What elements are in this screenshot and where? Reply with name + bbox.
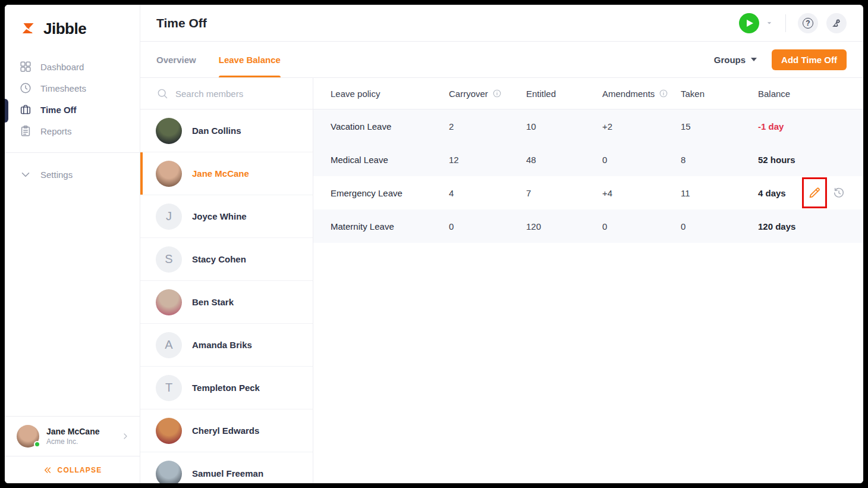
megaphone-gear-icon bbox=[831, 18, 842, 29]
member-name: Amanda Briks bbox=[192, 340, 252, 350]
timer-chevron-down-icon[interactable] bbox=[765, 19, 773, 27]
page-title: Time Off bbox=[156, 16, 207, 30]
cell-carryover: 2 bbox=[449, 121, 526, 132]
search-members-input[interactable] bbox=[175, 89, 294, 99]
member-list-item[interactable]: Ben Stark bbox=[140, 281, 313, 324]
column-label: Amendments bbox=[602, 89, 655, 99]
cell-entitled: 7 bbox=[526, 188, 602, 198]
sidebar-nav: DashboardTimesheetsTime OffReports bbox=[5, 56, 140, 142]
member-list: Dan CollinsJane McCaneJJoyce WhineSStacy… bbox=[140, 110, 313, 483]
cell-carryover: 0 bbox=[449, 221, 526, 232]
cell-taken: 15 bbox=[681, 121, 758, 132]
briefcase-icon bbox=[19, 103, 32, 116]
member-name: Stacy Cohen bbox=[192, 254, 246, 264]
clipboard-icon bbox=[19, 124, 32, 137]
member-name: Ben Stark bbox=[192, 297, 234, 307]
column-label: Entitled bbox=[526, 89, 556, 99]
selected-member-indicator bbox=[140, 152, 143, 195]
groups-dropdown[interactable]: Groups bbox=[714, 55, 757, 65]
user-account-card[interactable]: Jane McCane Acme Inc. bbox=[5, 416, 140, 456]
content: Dan CollinsJane McCaneJJoyce WhineSStacy… bbox=[140, 78, 863, 483]
add-time-off-button[interactable]: Add Time Off bbox=[772, 49, 847, 70]
leave-policy-row[interactable]: Vacation Leave210+215-1 day bbox=[313, 110, 863, 143]
active-nav-indicator bbox=[5, 99, 8, 123]
row-actions bbox=[802, 176, 863, 209]
search-icon bbox=[156, 87, 168, 99]
history-icon[interactable] bbox=[832, 186, 845, 199]
sidebar-item-reports[interactable]: Reports bbox=[5, 120, 140, 142]
leave-policy-row[interactable]: Emergency Leave47+4114 days bbox=[313, 176, 863, 209]
member-name: Templeton Peck bbox=[192, 383, 260, 393]
member-list-item[interactable]: JJoyce Whine bbox=[140, 195, 313, 238]
sidebar-item-label: Time Off bbox=[40, 105, 77, 115]
sidebar-item-label: Reports bbox=[40, 126, 72, 136]
tabs: OverviewLeave Balance bbox=[156, 42, 281, 77]
announcements-button[interactable] bbox=[826, 13, 847, 33]
leave-policy-row[interactable]: Maternity Leave012000120 days bbox=[313, 209, 863, 243]
cell-leave-policy: Maternity Leave bbox=[331, 221, 449, 232]
leave-policy-row[interactable]: Medical Leave12480852 hours bbox=[313, 143, 863, 176]
members-panel: Dan CollinsJane McCaneJJoyce WhineSStacy… bbox=[140, 78, 313, 483]
online-status-dot bbox=[34, 441, 40, 448]
brand-logo[interactable]: Jibble bbox=[5, 5, 140, 52]
member-search bbox=[140, 78, 313, 110]
avatar bbox=[156, 461, 182, 484]
info-icon[interactable] bbox=[659, 89, 668, 98]
play-icon bbox=[746, 19, 754, 27]
column-label: Leave policy bbox=[331, 89, 380, 99]
tab-overview[interactable]: Overview bbox=[156, 42, 196, 77]
collapse-sidebar-button[interactable]: COLLAPSE bbox=[5, 456, 140, 483]
avatar bbox=[156, 161, 182, 187]
sidebar-item-settings[interactable]: Settings bbox=[5, 164, 140, 185]
sidebar-item-label: Timesheets bbox=[40, 83, 86, 93]
sidebar-item-dashboard[interactable]: Dashboard bbox=[5, 56, 140, 77]
cell-entitled: 10 bbox=[526, 121, 602, 132]
app-window: Jibble DashboardTimesheetsTime OffReport… bbox=[5, 5, 863, 483]
dashboard-icon bbox=[19, 60, 32, 73]
tabs-bar: OverviewLeave Balance Groups Add Time Of… bbox=[140, 42, 863, 78]
avatar: T bbox=[156, 375, 182, 401]
leave-balance-panel: Leave policyCarryoverEntitledAmendmentsT… bbox=[313, 78, 863, 483]
jibble-logo-icon bbox=[19, 19, 38, 38]
sidebar: Jibble DashboardTimesheetsTime OffReport… bbox=[5, 5, 140, 483]
member-list-item[interactable]: TTempleton Peck bbox=[140, 367, 313, 409]
sidebar-item-timesheets[interactable]: Timesheets bbox=[5, 77, 140, 99]
user-name: Jane McCane bbox=[46, 427, 99, 436]
edit-pencil-icon[interactable] bbox=[807, 186, 822, 200]
column-header-leave-policy: Leave policy bbox=[331, 89, 449, 99]
page-header: Time Off ? bbox=[140, 5, 863, 42]
cell-amendments: +2 bbox=[602, 121, 681, 132]
member-list-item[interactable]: Samuel Freeman bbox=[140, 452, 313, 483]
member-list-item[interactable]: Dan Collins bbox=[140, 110, 313, 152]
info-icon[interactable] bbox=[492, 89, 502, 98]
question-mark-icon: ? bbox=[803, 18, 813, 29]
member-list-item[interactable]: Jane McCane bbox=[140, 152, 313, 195]
chevron-right-icon[interactable] bbox=[121, 431, 130, 441]
member-name: Samuel Freeman bbox=[192, 468, 263, 478]
table-header-row: Leave policyCarryoverEntitledAmendmentsT… bbox=[313, 78, 863, 110]
chevron-down-icon bbox=[750, 56, 757, 63]
column-label: Balance bbox=[758, 89, 790, 99]
column-header-balance: Balance bbox=[758, 89, 863, 99]
help-button[interactable]: ? bbox=[798, 13, 818, 33]
cell-leave-policy: Emergency Leave bbox=[331, 188, 449, 198]
member-name: Cheryl Edwards bbox=[192, 426, 259, 436]
cell-leave-policy: Vacation Leave bbox=[331, 121, 449, 132]
tab-leave-balance[interactable]: Leave Balance bbox=[219, 42, 281, 77]
avatar bbox=[156, 289, 182, 315]
main-area: Time Off ? Over bbox=[140, 5, 863, 483]
avatar: A bbox=[156, 332, 182, 358]
user-company: Acme Inc. bbox=[46, 437, 99, 446]
start-timer-button[interactable] bbox=[739, 13, 759, 33]
member-list-item[interactable]: SStacy Cohen bbox=[140, 238, 313, 281]
member-list-item[interactable]: AAmanda Briks bbox=[140, 324, 313, 367]
member-list-item[interactable]: Cheryl Edwards bbox=[140, 409, 313, 452]
cell-carryover: 4 bbox=[449, 188, 526, 198]
settings-label: Settings bbox=[40, 170, 73, 180]
cell-balance: 52 hours bbox=[758, 155, 863, 165]
cell-amendments: 0 bbox=[602, 155, 681, 165]
avatar: J bbox=[156, 204, 182, 230]
avatar: S bbox=[156, 246, 182, 273]
column-label: Carryover bbox=[449, 89, 488, 99]
sidebar-item-time-off[interactable]: Time Off bbox=[5, 99, 140, 120]
